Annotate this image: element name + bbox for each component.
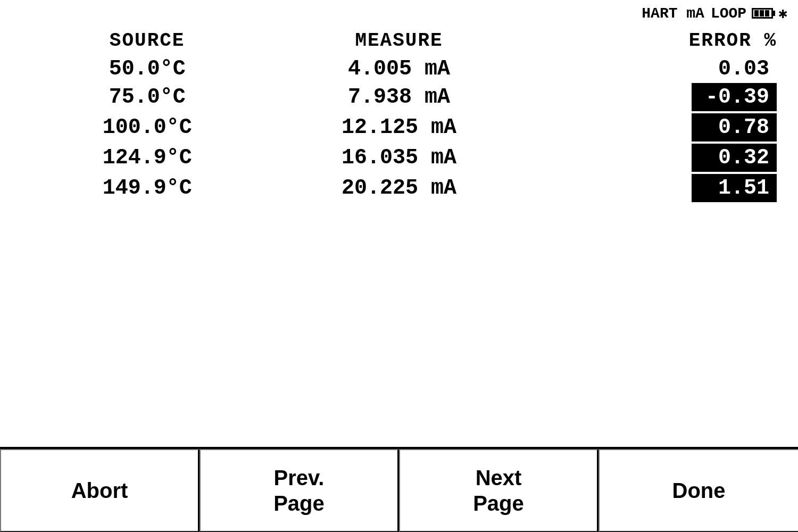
measure-cell: 4.005 mA (273, 57, 525, 81)
error-cell: 0.03 (718, 57, 777, 81)
measure-header: MEASURE (273, 30, 525, 52)
source-cell: 149.9°C (21, 176, 273, 200)
mode-label: LOOP (711, 5, 746, 22)
error-wrapper: 0.32 (525, 144, 777, 172)
measure-cell: 7.938 mA (273, 85, 525, 109)
status-bar: HART mA LOOP ✱ (0, 0, 798, 24)
table-row: 75.0°C 7.938 mA -0.39 (16, 83, 782, 111)
prev-page-button[interactable]: Prev.Page (200, 449, 399, 532)
error-wrapper: 1.51 (525, 174, 777, 202)
error-cell-highlighted: 0.78 (692, 113, 777, 142)
protocol-label: HART mA (642, 5, 704, 22)
measure-cell: 16.035 mA (273, 146, 525, 170)
error-wrapper: -0.39 (525, 83, 777, 111)
battery-bar-3 (765, 10, 769, 16)
next-page-button[interactable]: NextPage (399, 449, 598, 532)
measure-cell: 12.125 mA (273, 115, 525, 139)
source-cell: 75.0°C (21, 85, 273, 109)
error-header: ERROR % (525, 30, 777, 52)
button-bar: Abort Prev.Page NextPage Done (0, 447, 798, 532)
source-header: SOURCE (21, 30, 273, 52)
battery-icon (752, 8, 773, 19)
table-row: 124.9°C 16.035 mA 0.32 (16, 144, 782, 172)
battery-bar-2 (760, 10, 764, 16)
main-content: SOURCE MEASURE ERROR % 50.0°C 4.005 mA 0… (0, 24, 798, 447)
table-row: 149.9°C 20.225 mA 1.51 (16, 174, 782, 202)
battery-bar-1 (754, 10, 759, 16)
screen: HART mA LOOP ✱ SOURCE MEASURE ERROR % (0, 0, 798, 532)
done-button[interactable]: Done (598, 449, 798, 532)
error-cell-highlighted: 0.32 (692, 144, 777, 172)
status-right: LOOP ✱ (711, 4, 787, 22)
data-table: 50.0°C 4.005 mA 0.03 75.0°C 7.938 mA -0.… (16, 57, 782, 202)
table-row: 50.0°C 4.005 mA 0.03 (16, 57, 782, 81)
source-cell: 50.0°C (21, 57, 273, 81)
error-wrapper: 0.78 (525, 113, 777, 142)
table-row: 100.0°C 12.125 mA 0.78 (16, 113, 782, 142)
source-cell: 100.0°C (21, 115, 273, 139)
signal-icon: ✱ (778, 4, 787, 22)
measure-cell: 20.225 mA (273, 176, 525, 200)
error-cell-highlighted: 1.51 (692, 174, 777, 202)
error-wrapper: 0.03 (525, 57, 777, 81)
battery-body (752, 8, 773, 19)
abort-button[interactable]: Abort (0, 449, 200, 532)
error-cell-highlighted: -0.39 (692, 83, 777, 111)
source-cell: 124.9°C (21, 146, 273, 170)
column-headers: SOURCE MEASURE ERROR % (16, 30, 782, 52)
